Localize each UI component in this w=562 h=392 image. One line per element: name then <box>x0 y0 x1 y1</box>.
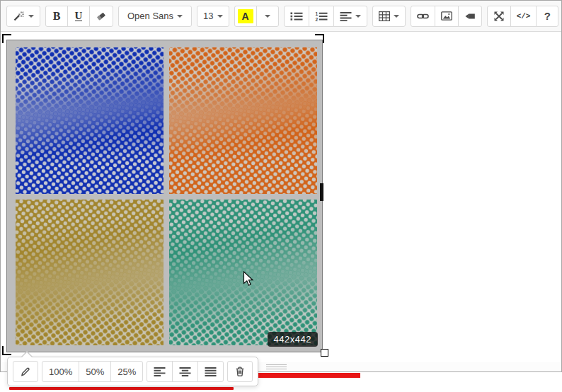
image-popover: 100% 50% 25% <box>7 357 258 386</box>
editing-area[interactable]: 442x442 <box>1 32 561 362</box>
popover-edit-group <box>13 361 38 382</box>
picture-button[interactable] <box>435 6 459 27</box>
font-size-value: 13 <box>203 11 213 21</box>
chevron-down-icon <box>355 15 361 18</box>
selection-corner-bottom-left <box>2 346 11 355</box>
unordered-list-icon <box>290 11 303 21</box>
selection-corner-top-right <box>315 34 324 43</box>
underline-button[interactable]: U <box>67 6 90 27</box>
rich-text-editor: B U Open Sans <box>0 0 562 372</box>
chevron-down-icon <box>217 15 223 18</box>
help-label: ? <box>544 10 551 22</box>
mouse-cursor-icon <box>243 271 254 287</box>
bold-label: B <box>53 10 61 23</box>
font-color-group: A <box>234 6 279 27</box>
svg-text:2: 2 <box>315 16 318 21</box>
popover-arrow <box>21 351 33 357</box>
chevron-down-icon <box>265 15 270 18</box>
inserted-image[interactable]: 442x442 <box>6 40 323 352</box>
float-center-button[interactable] <box>172 361 198 382</box>
paragraph-group: 12 <box>284 6 367 27</box>
font-size-dropdown[interactable]: 13 <box>197 6 229 27</box>
link-button[interactable] <box>411 6 435 27</box>
image-quadrant-orange <box>169 47 317 194</box>
paragraph-style-dropdown[interactable] <box>333 6 367 27</box>
popover-size-group: 100% 50% 25% <box>42 361 143 382</box>
underline-label: U <box>75 11 83 21</box>
remove-image-button[interactable] <box>227 361 253 382</box>
float-none-button[interactable] <box>197 361 224 382</box>
table-dropdown[interactable] <box>372 6 406 27</box>
ordered-list-button[interactable]: 12 <box>309 6 334 27</box>
image-quadrant-blue <box>16 47 164 194</box>
link-icon <box>417 11 429 22</box>
font-family-group: Open Sans <box>118 6 192 27</box>
align-justify-icon <box>205 367 217 376</box>
ordered-list-icon: 12 <box>315 11 328 21</box>
svg-text:1: 1 <box>315 11 318 16</box>
chevron-down-icon <box>394 15 399 18</box>
view-group: </> ? <box>487 6 559 27</box>
resize-25-button[interactable]: 25% <box>110 361 143 382</box>
font-style-group: B U <box>45 6 113 27</box>
resize-100-button[interactable]: 100% <box>42 361 79 382</box>
text-caret <box>320 183 323 201</box>
image-size-badge: 442x442 <box>268 332 318 347</box>
codeview-button[interactable]: </> <box>510 6 537 27</box>
align-left-icon <box>154 367 166 376</box>
insert-group <box>411 6 482 27</box>
chevron-down-icon <box>177 15 183 18</box>
help-button[interactable]: ? <box>536 6 558 27</box>
resize-50-button[interactable]: 50% <box>79 361 111 382</box>
unordered-list-button[interactable] <box>284 6 309 27</box>
table-group <box>372 6 406 27</box>
font-color-swatch: A <box>238 9 253 23</box>
eraser-icon <box>96 11 107 22</box>
align-center-icon <box>179 367 191 376</box>
pencil-icon <box>20 366 31 377</box>
style-dropdown-button[interactable] <box>6 6 40 27</box>
font-color-dropdown[interactable] <box>256 6 279 27</box>
popover-remove-group <box>227 361 253 382</box>
annotation-underline <box>9 387 234 390</box>
page: B U Open Sans <box>0 0 562 392</box>
style-group <box>6 6 40 27</box>
paragraph-align-icon <box>340 11 352 21</box>
video-icon <box>464 11 476 22</box>
font-family-value: Open Sans <box>127 11 173 21</box>
font-color-button[interactable]: A <box>234 6 257 27</box>
fullscreen-button[interactable] <box>487 6 511 27</box>
float-left-button[interactable] <box>147 361 173 382</box>
image-quadrant-gold <box>16 200 164 346</box>
popover-align-group <box>147 361 224 382</box>
font-family-dropdown[interactable]: Open Sans <box>118 6 192 27</box>
resize-handle-bottom-right[interactable] <box>321 349 328 357</box>
video-button[interactable] <box>458 6 482 27</box>
clear-format-button[interactable] <box>89 6 113 27</box>
trash-icon <box>234 366 246 377</box>
font-size-group: 13 <box>197 6 229 27</box>
picture-icon <box>441 11 452 21</box>
edit-image-button[interactable] <box>13 361 38 382</box>
chevron-down-icon <box>28 15 34 18</box>
bold-button[interactable]: B <box>45 6 68 27</box>
selection-corner-top-left <box>2 34 11 43</box>
table-icon <box>379 11 390 21</box>
codeview-label: </> <box>517 12 531 21</box>
editor-toolbar: B U Open Sans <box>1 1 561 32</box>
magic-wand-icon <box>13 11 25 22</box>
fullscreen-icon <box>493 11 505 22</box>
